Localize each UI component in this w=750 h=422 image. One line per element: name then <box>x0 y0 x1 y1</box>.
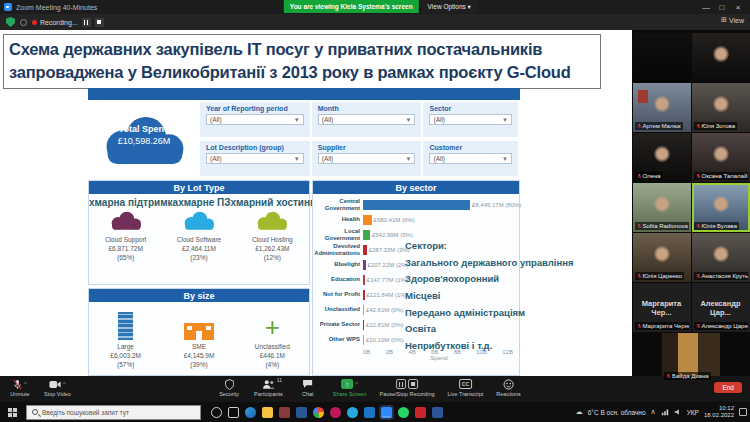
muted-mic-icon <box>637 323 642 329</box>
meeting-topbar: Recording... ⊞ View <box>0 14 750 30</box>
by-lot-type-panel: By Lot Type хмарна підтримка хмарне ПЗ х… <box>88 180 310 285</box>
word-icon[interactable] <box>432 407 443 418</box>
participant-tile[interactable]: Анастасия Круть <box>692 233 750 282</box>
audio-settings-icon[interactable] <box>20 19 27 26</box>
onedrive-cloud-icon[interactable]: ☁ <box>576 408 583 416</box>
clock[interactable]: 10:12 18.02.2022 <box>704 405 734 419</box>
muted-mic-icon <box>696 323 701 329</box>
action-center-icon[interactable] <box>739 408 747 416</box>
participant-display-name: Маргарита Чер... <box>633 299 691 317</box>
size-sme: SME £4,145.9M (39%) <box>163 310 236 369</box>
sector-bar <box>363 290 365 300</box>
participant-tile[interactable]: Маргарита Чер... Маргарита Черненко <box>633 283 691 332</box>
view-layout-button[interactable]: ⊞ View <box>721 16 744 24</box>
maximize-button[interactable]: □ <box>714 3 730 12</box>
small-building-icon <box>184 323 214 340</box>
share-screen-button[interactable]: ↑ ^ Share Screen <box>333 378 367 397</box>
skype-icon[interactable] <box>364 407 375 418</box>
pause-recording-icon[interactable] <box>396 379 406 389</box>
mail-icon[interactable] <box>296 407 307 418</box>
sector-axis-label: Spend <box>363 355 515 361</box>
file-explorer-icon[interactable] <box>262 407 273 418</box>
total-spend-cloud: Total Spend £10,598.26M <box>88 100 200 178</box>
language-indicator[interactable]: УКР <box>687 409 699 416</box>
opera-gx-icon[interactable] <box>330 407 341 418</box>
participant-tile[interactable] <box>633 33 691 82</box>
cloud-software-icon <box>180 210 218 232</box>
acrobat-icon[interactable] <box>415 407 426 418</box>
weather-widget[interactable]: 6°C В осн. облачно <box>588 409 646 416</box>
by-sector-panel: By sector Сектори: Загального державного… <box>312 180 520 376</box>
hidden-icons-chevron[interactable]: ∧ <box>651 408 656 416</box>
filter-supplier: Supplier (All)▼ <box>312 141 422 176</box>
chevron-up-icon[interactable]: ^ <box>63 381 66 387</box>
zoom-taskbar-icon[interactable] <box>381 407 392 418</box>
sector-annotation: Сектори: Загального державного управлінн… <box>405 238 573 354</box>
window-titlebar: Zoom Meeting 40-Minutes You are viewing … <box>0 0 750 14</box>
app-icon[interactable] <box>279 407 290 418</box>
start-button[interactable] <box>0 402 24 422</box>
lot-cloud-hosting: Cloud Hosting £1,262.43M (12%) <box>236 210 309 262</box>
participant-name: Байда Диана <box>672 372 709 380</box>
view-options-button[interactable]: View Options ▾ <box>421 0 478 13</box>
participants-button[interactable]: 11 Participants <box>254 378 283 397</box>
chevron-down-icon: ▼ <box>294 156 300 162</box>
chat-button[interactable]: Chat <box>296 378 320 397</box>
participant-tile[interactable]: Sofiia Radionova <box>633 183 691 232</box>
zoom-meeting-window: Zoom Meeting 40-Minutes You are viewing … <box>0 0 750 422</box>
filter-lot-description: Lot Description (group) (All)▼ <box>200 141 310 176</box>
screen-share-banner: You are viewing Klela Systema's screen V… <box>284 0 478 13</box>
chevron-up-icon[interactable]: ^ <box>355 381 358 387</box>
participant-tile[interactable]: Юлія Царенко <box>633 233 691 282</box>
taskbar-search-input[interactable]: Введіть пошуковий запит тут <box>26 405 201 420</box>
lot-type-annotation: хмарна підтримка хмарне ПЗ хмарний хости… <box>89 197 309 208</box>
chrome-icon[interactable] <box>313 407 324 418</box>
windows-logo-icon <box>8 408 17 417</box>
security-button[interactable]: Security <box>217 378 241 397</box>
participant-tile[interactable] <box>692 33 750 82</box>
minimize-button[interactable]: — <box>698 3 714 12</box>
search-icon <box>32 409 38 415</box>
stop-recording-icon[interactable] <box>408 379 418 389</box>
edge-icon[interactable] <box>245 407 256 418</box>
participant-tile[interactable]: Байда Диана <box>662 333 720 382</box>
telegram-icon[interactable] <box>347 407 358 418</box>
smiley-icon <box>503 379 514 390</box>
participant-tile[interactable]: Александр Цар... Александр Царенко <box>692 283 750 332</box>
task-view-icon[interactable] <box>228 407 239 418</box>
participant-tile[interactable]: Артем Малюк <box>633 83 691 132</box>
end-meeting-button[interactable]: End <box>714 382 742 393</box>
recording-dot-icon <box>32 20 37 25</box>
by-sector-header: By sector <box>313 181 519 194</box>
reactions-button[interactable]: Reactions <box>496 378 520 397</box>
network-icon[interactable] <box>661 408 669 416</box>
unmute-button[interactable]: ^ Unmute <box>8 378 32 397</box>
muted-mic-icon <box>637 223 642 229</box>
pause-stop-recording-button[interactable]: Pause/Stop Recording <box>379 378 434 397</box>
participant-tile[interactable]: Юля Зотова <box>692 83 750 132</box>
system-tray: ☁ 6°C В осн. облачно ∧ УКР 10:12 18.02.2… <box>576 402 747 422</box>
camera-icon <box>49 380 61 389</box>
pause-recording-button[interactable] <box>82 18 91 27</box>
close-button[interactable]: × <box>730 3 746 12</box>
participant-tile-active-speaker[interactable]: Юлія Булава <box>692 183 750 232</box>
skyscraper-icon <box>118 312 133 340</box>
encryption-shield-icon[interactable] <box>6 17 15 27</box>
stop-video-button[interactable]: ^ Stop Video <box>44 378 71 397</box>
live-transcript-button[interactable]: CC Live Transcript <box>448 378 484 397</box>
chevron-up-icon[interactable]: ^ <box>24 381 27 387</box>
participants-sidebar: Артем Малюк Юля Зотова Олена Оксана Тала… <box>632 30 750 376</box>
sector-bar <box>363 305 364 315</box>
filter-year: Year of Reporting period (All)▼ <box>200 102 310 137</box>
tray-time: 10:12 <box>704 405 734 412</box>
volume-icon[interactable] <box>674 408 682 416</box>
sector-bar <box>363 200 470 210</box>
participant-tile[interactable]: Оксана Талалай <box>692 133 750 182</box>
participant-tile[interactable]: Олена <box>633 133 691 182</box>
muted-mic-icon <box>637 123 642 129</box>
participant-display-name: Александр Цар... <box>692 299 750 317</box>
whatsapp-icon[interactable] <box>398 407 409 418</box>
stop-recording-button[interactable] <box>95 18 104 27</box>
sector-bar <box>363 260 366 270</box>
cortana-icon[interactable] <box>211 407 222 418</box>
